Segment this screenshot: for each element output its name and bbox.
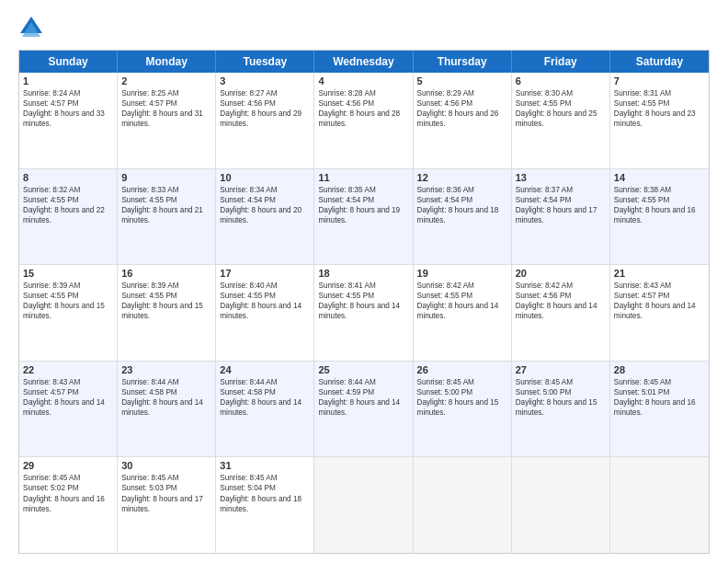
- day-cell-23: 23 Sunrise: 8:44 AMSunset: 4:58 PMDaylig…: [118, 362, 216, 457]
- cell-info: Sunrise: 8:28 AMSunset: 4:56 PMDaylight:…: [318, 89, 400, 128]
- day-number: 18: [318, 268, 408, 279]
- day-number: 23: [121, 364, 211, 375]
- cell-info: Sunrise: 8:34 AMSunset: 4:54 PMDaylight:…: [220, 186, 301, 224]
- cell-info: Sunrise: 8:42 AMSunset: 4:56 PMDaylight:…: [516, 282, 597, 320]
- empty-cell: [414, 457, 512, 553]
- day-number: 21: [614, 268, 705, 279]
- cell-info: Sunrise: 8:35 AMSunset: 4:54 PMDaylight:…: [318, 186, 400, 224]
- day-cell-5: 5 Sunrise: 8:29 AMSunset: 4:56 PMDayligh…: [414, 73, 512, 168]
- empty-cell: [314, 457, 413, 553]
- cell-info: Sunrise: 8:25 AMSunset: 4:57 PMDaylight:…: [121, 89, 203, 128]
- day-number: 4: [318, 75, 408, 86]
- logo-icon: [18, 15, 44, 40]
- calendar-row-5: 29 Sunrise: 8:45 AMSunset: 5:02 PMDaylig…: [19, 457, 709, 553]
- day-cell-26: 26 Sunrise: 8:45 AMSunset: 5:00 PMDaylig…: [414, 362, 512, 457]
- header: [18, 15, 710, 40]
- day-number: 14: [614, 172, 705, 183]
- day-number: 27: [516, 364, 606, 375]
- day-header-thursday: Thursday: [414, 51, 512, 73]
- cell-info: Sunrise: 8:45 AMSunset: 5:04 PMDaylight:…: [220, 474, 301, 512]
- day-header-wednesday: Wednesday: [314, 51, 413, 73]
- calendar-header: SundayMondayTuesdayWednesdayThursdayFrid…: [19, 51, 709, 73]
- day-number: 5: [417, 75, 507, 86]
- day-number: 16: [121, 268, 211, 279]
- cell-info: Sunrise: 8:43 AMSunset: 4:57 PMDaylight:…: [23, 378, 105, 417]
- cell-info: Sunrise: 8:30 AMSunset: 4:55 PMDaylight:…: [516, 89, 597, 128]
- day-cell-4: 4 Sunrise: 8:28 AMSunset: 4:56 PMDayligh…: [314, 73, 413, 168]
- day-number: 15: [23, 268, 113, 279]
- day-header-monday: Monday: [118, 51, 216, 73]
- day-cell-9: 9 Sunrise: 8:33 AMSunset: 4:55 PMDayligh…: [118, 169, 216, 265]
- cell-info: Sunrise: 8:44 AMSunset: 4:58 PMDaylight:…: [121, 378, 203, 417]
- day-number: 19: [417, 268, 507, 279]
- day-header-sunday: Sunday: [19, 51, 118, 73]
- cell-info: Sunrise: 8:40 AMSunset: 4:55 PMDaylight:…: [220, 282, 301, 320]
- day-number: 1: [23, 75, 113, 86]
- cell-info: Sunrise: 8:32 AMSunset: 4:55 PMDaylight:…: [23, 186, 105, 224]
- cell-info: Sunrise: 8:36 AMSunset: 4:54 PMDaylight:…: [417, 186, 499, 224]
- day-cell-6: 6 Sunrise: 8:30 AMSunset: 4:55 PMDayligh…: [512, 73, 610, 168]
- cell-info: Sunrise: 8:45 AMSunset: 5:01 PMDaylight:…: [614, 378, 696, 417]
- day-number: 22: [23, 364, 113, 375]
- day-cell-10: 10 Sunrise: 8:34 AMSunset: 4:54 PMDaylig…: [216, 169, 314, 265]
- day-number: 31: [220, 460, 310, 471]
- cell-info: Sunrise: 8:37 AMSunset: 4:54 PMDaylight:…: [516, 186, 597, 224]
- day-cell-2: 2 Sunrise: 8:25 AMSunset: 4:57 PMDayligh…: [118, 73, 216, 168]
- day-cell-16: 16 Sunrise: 8:39 AMSunset: 4:55 PMDaylig…: [118, 265, 216, 361]
- day-number: 9: [121, 172, 211, 183]
- cell-info: Sunrise: 8:39 AMSunset: 4:55 PMDaylight:…: [121, 282, 203, 320]
- day-cell-14: 14 Sunrise: 8:38 AMSunset: 4:55 PMDaylig…: [610, 169, 709, 265]
- day-cell-27: 27 Sunrise: 8:45 AMSunset: 5:00 PMDaylig…: [512, 362, 610, 457]
- day-number: 30: [121, 460, 211, 471]
- day-header-saturday: Saturday: [610, 51, 709, 73]
- cell-info: Sunrise: 8:42 AMSunset: 4:55 PMDaylight:…: [417, 282, 499, 320]
- day-cell-21: 21 Sunrise: 8:43 AMSunset: 4:57 PMDaylig…: [610, 265, 709, 361]
- day-cell-3: 3 Sunrise: 8:27 AMSunset: 4:56 PMDayligh…: [216, 73, 314, 168]
- day-number: 12: [417, 172, 507, 183]
- cell-info: Sunrise: 8:43 AMSunset: 4:57 PMDaylight:…: [614, 282, 696, 320]
- day-number: 17: [220, 268, 310, 279]
- day-number: 6: [516, 75, 606, 86]
- day-cell-28: 28 Sunrise: 8:45 AMSunset: 5:01 PMDaylig…: [610, 362, 709, 457]
- day-number: 8: [23, 172, 113, 183]
- day-cell-18: 18 Sunrise: 8:41 AMSunset: 4:55 PMDaylig…: [314, 265, 413, 361]
- day-cell-7: 7 Sunrise: 8:31 AMSunset: 4:55 PMDayligh…: [610, 73, 709, 168]
- day-cell-25: 25 Sunrise: 8:44 AMSunset: 4:59 PMDaylig…: [314, 362, 413, 457]
- day-cell-15: 15 Sunrise: 8:39 AMSunset: 4:55 PMDaylig…: [19, 265, 118, 361]
- calendar-row-3: 15 Sunrise: 8:39 AMSunset: 4:55 PMDaylig…: [19, 265, 709, 362]
- day-number: 11: [318, 172, 408, 183]
- day-number: 28: [614, 364, 705, 375]
- day-header-tuesday: Tuesday: [216, 51, 314, 73]
- day-number: 10: [220, 172, 310, 183]
- calendar-body: 1 Sunrise: 8:24 AMSunset: 4:57 PMDayligh…: [19, 73, 709, 553]
- day-cell-24: 24 Sunrise: 8:44 AMSunset: 4:58 PMDaylig…: [216, 362, 314, 457]
- day-number: 2: [121, 75, 211, 86]
- day-number: 24: [220, 364, 310, 375]
- calendar: SundayMondayTuesdayWednesdayThursdayFrid…: [18, 50, 710, 554]
- calendar-row-4: 22 Sunrise: 8:43 AMSunset: 4:57 PMDaylig…: [19, 362, 709, 458]
- day-number: 26: [417, 364, 507, 375]
- cell-info: Sunrise: 8:31 AMSunset: 4:55 PMDaylight:…: [614, 89, 696, 128]
- cell-info: Sunrise: 8:45 AMSunset: 5:03 PMDaylight:…: [121, 474, 203, 512]
- day-number: 3: [220, 75, 310, 86]
- day-header-friday: Friday: [512, 51, 610, 73]
- day-cell-19: 19 Sunrise: 8:42 AMSunset: 4:55 PMDaylig…: [414, 265, 512, 361]
- day-cell-11: 11 Sunrise: 8:35 AMSunset: 4:54 PMDaylig…: [314, 169, 413, 265]
- empty-cell: [512, 457, 610, 553]
- cell-info: Sunrise: 8:45 AMSunset: 5:00 PMDaylight:…: [417, 378, 499, 417]
- day-cell-30: 30 Sunrise: 8:45 AMSunset: 5:03 PMDaylig…: [118, 457, 216, 553]
- cell-info: Sunrise: 8:38 AMSunset: 4:55 PMDaylight:…: [614, 186, 696, 224]
- day-cell-1: 1 Sunrise: 8:24 AMSunset: 4:57 PMDayligh…: [19, 73, 118, 168]
- day-cell-22: 22 Sunrise: 8:43 AMSunset: 4:57 PMDaylig…: [19, 362, 118, 457]
- calendar-row-1: 1 Sunrise: 8:24 AMSunset: 4:57 PMDayligh…: [19, 73, 709, 169]
- day-cell-8: 8 Sunrise: 8:32 AMSunset: 4:55 PMDayligh…: [19, 169, 118, 265]
- cell-info: Sunrise: 8:39 AMSunset: 4:55 PMDaylight:…: [23, 282, 105, 320]
- cell-info: Sunrise: 8:24 AMSunset: 4:57 PMDaylight:…: [23, 89, 105, 128]
- cell-info: Sunrise: 8:33 AMSunset: 4:55 PMDaylight:…: [121, 186, 203, 224]
- cell-info: Sunrise: 8:44 AMSunset: 4:59 PMDaylight:…: [318, 378, 400, 417]
- cell-info: Sunrise: 8:44 AMSunset: 4:58 PMDaylight:…: [220, 378, 301, 417]
- calendar-row-2: 8 Sunrise: 8:32 AMSunset: 4:55 PMDayligh…: [19, 169, 709, 266]
- day-number: 13: [516, 172, 606, 183]
- day-number: 29: [23, 460, 113, 471]
- empty-cell: [610, 457, 709, 553]
